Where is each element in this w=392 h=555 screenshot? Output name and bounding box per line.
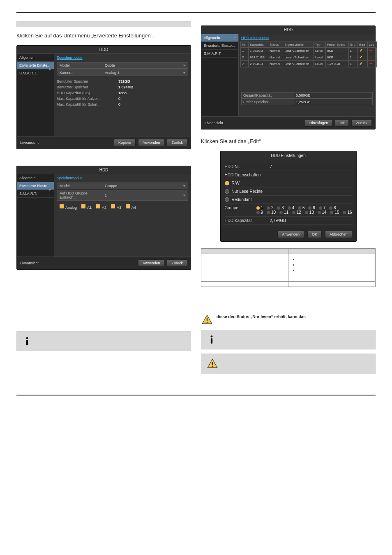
add-button[interactable]: Hinzufügen (305, 119, 333, 127)
cell: 1 (241, 48, 249, 54)
radio-dot-icon (225, 189, 229, 194)
value: 1863 (118, 91, 188, 95)
back-button[interactable]: Zurück (167, 259, 187, 267)
th: Status (268, 42, 283, 48)
value: 0 (118, 97, 188, 101)
edit-icon[interactable] (358, 61, 368, 67)
checkbox[interactable] (111, 204, 115, 209)
th: Typ (314, 42, 325, 48)
group-radio-icon[interactable] (279, 211, 283, 214)
init-button[interactable]: Init (335, 119, 349, 127)
back-button[interactable]: Zurück (351, 119, 372, 127)
value: 0 (118, 102, 188, 106)
warning-icon (201, 314, 212, 326)
edit-icon[interactable] (358, 54, 368, 61)
th: Freier Speic (325, 42, 348, 48)
channel-checkbox-row: Analog A1 A2 A3 A4 (56, 201, 189, 212)
group-radio-icon[interactable] (319, 206, 322, 210)
group-radio-icon[interactable] (292, 211, 295, 214)
back-button[interactable]: Zurück (167, 139, 187, 146)
delete-icon[interactable] (367, 48, 376, 54)
value: Gruppe (105, 184, 185, 188)
sidebar-item-allgemein[interactable]: Allgemein (17, 174, 54, 182)
checkbox[interactable] (81, 204, 86, 209)
sidebar-item-smart[interactable]: S.M.A.R.T. (17, 190, 54, 198)
cell: 7 (241, 61, 249, 67)
delete-icon[interactable] (367, 61, 376, 67)
checkbox[interactable] (96, 204, 101, 209)
group-options: 1 2 3 4 5 6 7 8 9 10 (254, 206, 352, 215)
group-radio-icon[interactable] (256, 211, 260, 214)
th: Eigenschaften (283, 42, 314, 48)
delete-icon[interactable] (367, 54, 376, 61)
radio-rw[interactable]: R/W (225, 179, 352, 187)
sidebar-item-allgemein[interactable]: Allgemein (17, 54, 54, 62)
cell (288, 254, 376, 276)
footer-link[interactable]: Liveansicht (20, 139, 111, 146)
group-radio-icon[interactable] (267, 211, 270, 214)
select-hdd-group[interactable]: Auf HDD Gruppe aufzeich... 1 (57, 190, 188, 201)
table-row[interactable]: 1 1,863GB Normal Lesen/Schreiben Lokal 0… (241, 48, 377, 54)
radio-readonly[interactable]: Nur Lese-Rechte (225, 187, 352, 196)
value-modell: Quote (105, 63, 185, 67)
cell: 1 (348, 54, 358, 61)
group-radio-icon[interactable] (277, 206, 280, 210)
footer-link[interactable]: Liveansicht (205, 119, 302, 127)
checkbox[interactable] (125, 204, 130, 209)
group-radio-icon[interactable] (305, 211, 308, 214)
copy-button[interactable]: Kopiere (114, 139, 136, 146)
group-radio-icon[interactable] (288, 206, 291, 210)
cell: 1 (348, 61, 358, 67)
value: 7 (270, 164, 352, 169)
panel-link[interactable]: Speichermodus (54, 174, 85, 182)
apply-button[interactable]: Anwenden (138, 139, 165, 146)
group-radio-icon[interactable] (256, 206, 260, 210)
sidebar-item-erweitert[interactable]: Erweiterte Einste... (17, 182, 54, 190)
sidebar-item-erweitert[interactable]: Erweiterte Einste... (17, 62, 54, 69)
sidebar-item-smart[interactable]: S.M.A.R.T. (201, 50, 238, 58)
sidebar-item-smart[interactable]: S.M.A.R.T. (17, 69, 54, 77)
sidebar-item-erweitert[interactable]: Erweiterte Einste... (201, 42, 238, 50)
checkbox-label: A2 (102, 206, 106, 210)
cell: Normal (268, 48, 283, 54)
panel-link[interactable]: Speichermodus (54, 54, 85, 61)
select-modell[interactable]: Modell Quote (57, 62, 188, 69)
group-num: 16 (347, 210, 352, 215)
panel-link[interactable]: HDD Information (239, 34, 271, 42)
edit-icon[interactable] (358, 48, 368, 54)
hdd-property-table (201, 248, 376, 287)
cell: 2 (241, 54, 249, 61)
select-kamera[interactable]: Kamera Analog 1 (57, 69, 188, 76)
group-radio-icon[interactable] (298, 206, 301, 210)
apply-button[interactable]: Anwenden (277, 231, 304, 238)
label: GesamtKapazität (242, 92, 294, 98)
group-radio-icon[interactable] (330, 211, 333, 214)
ok-button[interactable]: OK (307, 231, 322, 238)
radio-dot-icon (225, 197, 229, 202)
label: Benutzter Speicher (57, 85, 118, 89)
table-row[interactable]: 2 931.51GB Normal Lesen/Schreiben Lokal … (241, 54, 377, 61)
cancel-button[interactable]: Abbrechen (325, 231, 352, 238)
table-row[interactable]: 7 2,794GB Normal Lesen/Schreiben Lokal 1… (241, 61, 377, 67)
cell (201, 254, 288, 276)
sidebar-item-allgemein[interactable]: Allgemein (201, 34, 238, 42)
cell: Lesen/Schreiben (283, 54, 314, 61)
select-modell[interactable]: Modell Gruppe (57, 183, 188, 189)
cell: Lesen/Schreiben (283, 61, 314, 67)
group-radio-icon[interactable] (318, 211, 321, 214)
radio-redundant[interactable]: Redundant (225, 196, 352, 204)
svg-rect-5 (207, 318, 208, 321)
label: HDD Nr. (225, 164, 270, 169)
label-kamera: Kamera (60, 71, 105, 75)
apply-button[interactable]: Anwenden (138, 259, 165, 267)
value: 1,252GB (294, 99, 372, 105)
group-radio-icon[interactable] (343, 211, 346, 214)
group-radio-icon[interactable] (329, 206, 332, 210)
intro-box (16, 21, 191, 27)
footer-link[interactable]: Liveansicht (20, 259, 136, 267)
checkbox[interactable] (59, 204, 64, 209)
label: Max. Kapazität für Aufzei... (57, 97, 118, 101)
group-radio-icon[interactable] (267, 206, 270, 210)
group-radio-icon[interactable] (308, 206, 311, 210)
svg-rect-9 (212, 362, 213, 365)
